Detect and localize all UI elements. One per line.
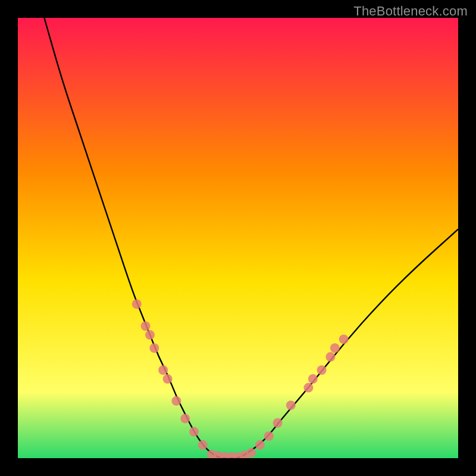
chart-frame: TheBottleneck.com: [0, 0, 476, 476]
data-marker: [303, 383, 313, 393]
data-marker: [246, 448, 256, 458]
data-marker: [149, 343, 159, 353]
chart-svg: [18, 18, 458, 458]
data-marker: [189, 427, 199, 437]
data-marker: [325, 352, 335, 362]
data-marker: [141, 321, 151, 331]
data-marker: [273, 418, 283, 428]
watermark-label: TheBottleneck.com: [353, 4, 468, 19]
data-marker: [339, 334, 349, 344]
data-marker: [163, 374, 173, 384]
data-marker: [308, 374, 318, 384]
data-marker: [255, 440, 265, 450]
data-marker: [317, 365, 327, 375]
data-marker: [264, 431, 274, 441]
chart-plot-area: [18, 18, 458, 458]
data-marker: [171, 396, 181, 406]
data-marker: [286, 400, 296, 410]
data-marker: [132, 299, 142, 309]
chart-background: [18, 18, 458, 458]
data-marker: [145, 330, 155, 340]
data-marker: [198, 440, 208, 450]
data-marker: [330, 343, 340, 353]
data-marker: [180, 414, 190, 423]
data-marker: [158, 365, 168, 375]
